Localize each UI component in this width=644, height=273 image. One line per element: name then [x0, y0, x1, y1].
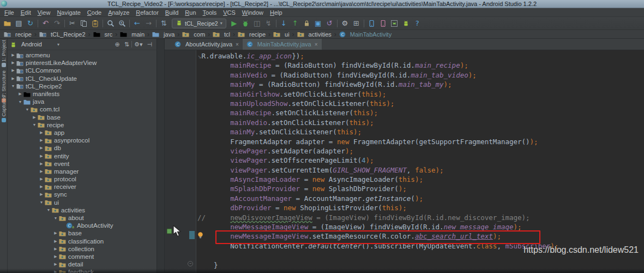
chevron-right-icon[interactable]: ▶ — [38, 130, 45, 135]
chevron-down-icon[interactable]: ▼ — [31, 123, 38, 127]
menu-refactor[interactable]: Refactor — [133, 9, 162, 16]
breadcrumb-item-java[interactable]: java — [151, 31, 176, 38]
synchronize-icon[interactable]: ↻ — [25, 18, 36, 29]
chevron-down-icon[interactable]: ▼ — [24, 108, 31, 111]
tree-item-app[interactable]: ▶app — [8, 129, 157, 136]
sdk-manager-icon[interactable] — [366, 18, 377, 29]
tree-item-java[interactable]: ▼java — [8, 98, 157, 105]
breadcrumb-item-tcl[interactable]: tcl — [211, 31, 232, 38]
menu-analyze[interactable]: Analyze — [105, 9, 133, 16]
menu-vcs[interactable]: VCS — [220, 9, 239, 16]
collapse-all-icon[interactable]: ⇅ — [122, 41, 131, 48]
tree-item-entity[interactable]: ▶entity — [8, 152, 157, 159]
android-icon[interactable] — [400, 18, 412, 29]
menu-tools[interactable]: Tools — [200, 9, 220, 16]
breadcrumb-item-recipe[interactable]: recipe — [236, 31, 267, 38]
intention-bulb-icon[interactable] — [197, 232, 204, 241]
chevron-right-icon[interactable]: ▶ — [52, 247, 59, 251]
vcs-lock-icon[interactable] — [301, 18, 312, 29]
panel-splitter[interactable] — [157, 39, 165, 273]
breadcrumb-item-main[interactable]: main — [118, 31, 146, 38]
paste-icon[interactable] — [89, 18, 101, 29]
run-config-selector[interactable]: tCL_Recipe2▾ — [172, 19, 226, 28]
chevron-right-icon[interactable]: ▶ — [31, 115, 38, 120]
undo-icon[interactable]: ↶ — [40, 18, 51, 29]
tree-item-manifests[interactable]: ▶manifests — [8, 90, 157, 98]
vcs-commit-icon[interactable]: ↑ — [290, 18, 301, 29]
fold-marker-icon[interactable]: − — [188, 261, 193, 266]
breadcrumb-item-ui[interactable]: ui — [272, 31, 291, 38]
open-project-icon[interactable] — [2, 18, 13, 29]
settings-icon[interactable]: ⚙ — [339, 18, 351, 29]
chevron-right-icon[interactable]: ▶ — [38, 162, 45, 166]
tree-item-receiver[interactable]: ▶receiver — [8, 183, 157, 191]
avd-manager-icon[interactable] — [377, 18, 389, 29]
tree-item-base[interactable]: ▶base — [8, 229, 157, 237]
chevron-right-icon[interactable]: ▶ — [52, 239, 59, 244]
chevron-right-icon[interactable]: ▶ — [52, 254, 59, 259]
tree-item-collection[interactable]: ▶collection — [8, 245, 157, 253]
menu-code[interactable]: Code — [84, 9, 105, 16]
menu-window[interactable]: Window — [239, 9, 267, 16]
breadcrumb-item-com[interactable]: com — [180, 31, 207, 38]
close-icon[interactable]: × — [315, 41, 318, 48]
tree-item-activities[interactable]: ▼activities — [8, 206, 157, 214]
chevron-right-icon[interactable]: ▶ — [52, 231, 59, 235]
chevron-right-icon[interactable]: ▶ — [10, 53, 16, 57]
menu-run[interactable]: Run — [182, 9, 199, 16]
chevron-right-icon[interactable]: ▶ — [38, 185, 45, 189]
tab-aboutactivity.java[interactable]: CAboutActivity.java× — [171, 39, 243, 50]
breadcrumb-item-maintabactivity[interactable]: CMainTabActivity — [338, 31, 393, 38]
view-options-icon[interactable]: ⚙▾ — [132, 41, 145, 48]
back-icon[interactable]: ← — [131, 18, 143, 29]
tool-window-button--project[interactable]: 1: Project — [0, 40, 7, 68]
redo-icon[interactable]: ↷ — [51, 18, 63, 29]
project-view-selector[interactable]: Android — [21, 41, 42, 48]
chevron-right-icon[interactable]: ▶ — [38, 154, 45, 158]
chevron-right-icon[interactable]: ▶ — [38, 192, 45, 197]
chevron-right-icon[interactable]: ▶ — [38, 138, 45, 143]
tree-item-comment[interactable]: ▶comment — [8, 253, 157, 260]
tree-item-tcl_checkupdate[interactable]: ▶tCL_CheckUpdate — [8, 75, 157, 82]
tree-item-aboutactivity[interactable]: CaAboutActivity — [8, 222, 157, 229]
project-structure-icon[interactable]: ⊞ — [351, 18, 362, 29]
chevron-down-icon[interactable]: ▼ — [17, 100, 23, 104]
chevron-down-icon[interactable]: ▾ — [44, 42, 59, 47]
chevron-down-icon[interactable]: ▼ — [38, 200, 45, 204]
vcs-changes-icon[interactable]: ▣ — [312, 18, 324, 29]
hide-panel-icon[interactable]: ⊣ — [145, 41, 154, 48]
cut-icon[interactable]: ✂ — [67, 18, 78, 29]
chevron-right-icon[interactable]: ▶ — [10, 76, 16, 81]
tree-item-event[interactable]: ▶event — [8, 160, 157, 168]
tree-item-asynprotocol[interactable]: ▶asynprotocol — [8, 136, 157, 144]
menu-help[interactable]: Help — [267, 9, 286, 16]
close-icon[interactable]: × — [236, 41, 239, 48]
tab-maintabactivity.java[interactable]: CMainTabActivity.java× — [243, 39, 322, 50]
forward-icon[interactable]: → — [143, 18, 154, 29]
chevron-right-icon[interactable]: ▶ — [52, 262, 59, 266]
vcs-revert-icon[interactable]: ↺ — [324, 18, 335, 29]
tree-item-com.tcl[interactable]: ▼com.tcl — [8, 105, 157, 113]
menu-view[interactable]: View — [34, 9, 54, 16]
device-monitor-icon[interactable] — [389, 18, 400, 29]
tree-item-sync[interactable]: ▶sync — [8, 191, 157, 198]
save-all-icon[interactable]: ▤ — [13, 18, 25, 29]
breadcrumb-item-activities[interactable]: activities — [296, 31, 333, 38]
menu-edit[interactable]: Edit — [17, 9, 34, 16]
copy-icon[interactable] — [78, 18, 89, 29]
chevron-right-icon[interactable]: ▶ — [38, 169, 45, 174]
debug-icon[interactable] — [240, 18, 251, 29]
tree-item-recipe[interactable]: ▼recipe — [8, 121, 157, 129]
tree-item-ui[interactable]: ▼ui — [8, 199, 157, 206]
tree-item-db[interactable]: ▶db — [8, 144, 157, 152]
menu-navigate[interactable]: Navigate — [53, 9, 83, 16]
breadcrumb-item-src[interactable]: src — [92, 31, 115, 38]
chevron-right-icon[interactable]: ▶ — [38, 177, 45, 181]
breadcrumb-item-recipe[interactable]: recipe — [2, 31, 33, 38]
tree-item-pinterestlikeadapterview[interactable]: ▶pinterestLikeAdapterView — [8, 59, 157, 67]
tree-item-arcmenu[interactable]: ▶arcmenu — [8, 51, 157, 59]
vcs-update-icon[interactable]: ↓ — [278, 18, 290, 29]
tree-item-about[interactable]: ▼about — [8, 214, 157, 222]
tree-item-protocol[interactable]: ▶protocol — [8, 175, 157, 183]
run-with-coverage-icon[interactable]: ◫ — [251, 18, 263, 29]
